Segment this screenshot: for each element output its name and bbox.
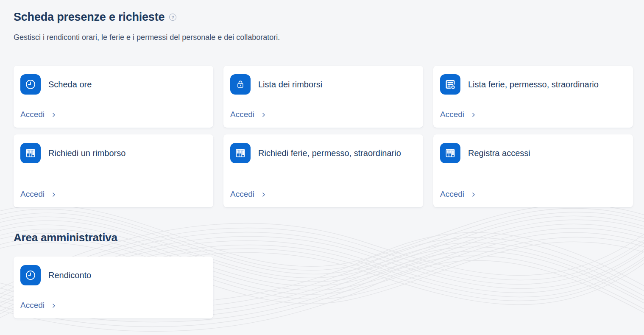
lock-icon	[230, 74, 251, 95]
card-title: Registra accessi	[468, 148, 530, 159]
accedi-label: Accedi	[20, 190, 45, 199]
card-lista-ferie[interactable]: Lista ferie, permesso, straordinario Acc…	[433, 66, 633, 128]
accedi-label: Accedi	[230, 190, 254, 199]
clock-icon	[20, 74, 41, 95]
accedi-label: Accedi	[440, 190, 464, 199]
card-title: Scheda ore	[48, 79, 92, 90]
chevron-right-icon	[471, 192, 477, 198]
chevron-right-icon	[51, 303, 57, 309]
page-subtitle: Gestisci i rendiconti orari, le ferie e …	[14, 33, 633, 42]
card-title: Lista dei rimborsi	[258, 79, 322, 90]
card-title: Rendiconto	[48, 270, 91, 281]
chevron-right-icon	[261, 112, 267, 118]
accedi-link[interactable]: Accedi	[230, 190, 267, 199]
card-title: Lista ferie, permesso, straordinario	[468, 79, 599, 90]
accedi-link[interactable]: Accedi	[440, 190, 477, 199]
card-title: Richiedi ferie, permesso, straordinario	[258, 148, 401, 159]
accedi-link[interactable]: Accedi	[20, 301, 57, 310]
lockers-icon	[20, 143, 41, 163]
lockers-icon	[230, 143, 251, 163]
accedi-link[interactable]: Accedi	[230, 110, 267, 119]
main-content: Scheda presenze e richieste ? Gestisci i…	[0, 0, 644, 318]
card-richiedi-ferie[interactable]: Richiedi ferie, permesso, straordinario …	[223, 134, 423, 207]
admin-cards-grid: Rendiconto Accedi	[14, 257, 633, 318]
section-title-area-amministrativa: Area amministrativa	[14, 231, 633, 244]
chevron-right-icon	[261, 192, 267, 198]
accedi-label: Accedi	[20, 110, 45, 119]
card-rendiconto[interactable]: Rendiconto Accedi	[14, 257, 213, 318]
accedi-label: Accedi	[440, 110, 464, 119]
page-title: Scheda presenze e richieste	[14, 10, 164, 24]
card-lista-rimborsi[interactable]: Lista dei rimborsi Accedi	[223, 66, 423, 128]
cards-grid: Scheda ore Accedi	[14, 66, 633, 207]
chevron-right-icon	[471, 112, 477, 118]
clock-icon	[20, 265, 41, 285]
card-registra-accessi[interactable]: Registra accessi Accedi	[433, 134, 633, 207]
lockers-icon	[440, 143, 460, 163]
card-richiedi-rimborso[interactable]: Richiedi un rimborso Accedi	[14, 134, 213, 207]
accedi-label: Accedi	[20, 301, 45, 310]
page-header: Scheda presenze e richieste ? Gestisci i…	[14, 10, 633, 42]
card-title: Richiedi un rimborso	[48, 148, 125, 159]
chevron-right-icon	[51, 192, 57, 198]
help-icon[interactable]: ?	[169, 14, 176, 21]
list-settings-icon	[440, 74, 460, 95]
accedi-label: Accedi	[230, 110, 254, 119]
chevron-right-icon	[51, 112, 57, 118]
accedi-link[interactable]: Accedi	[440, 110, 477, 119]
accedi-link[interactable]: Accedi	[20, 190, 57, 199]
accedi-link[interactable]: Accedi	[20, 110, 57, 119]
card-scheda-ore[interactable]: Scheda ore Accedi	[14, 66, 213, 128]
